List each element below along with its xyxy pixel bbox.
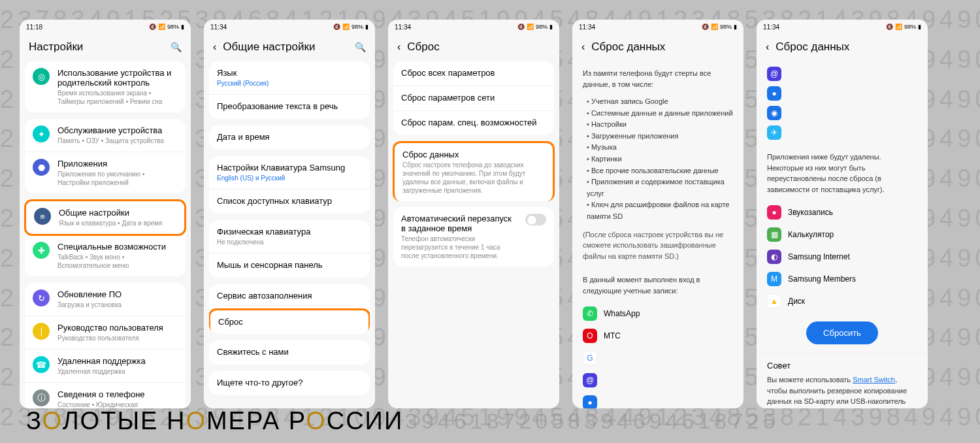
account-row: ● bbox=[572, 391, 743, 408]
reset-option[interactable]: Сброс парам. спец. возможностей bbox=[393, 111, 554, 135]
app-name: Диск bbox=[788, 297, 805, 306]
item-title: Преобразование текста в речь bbox=[217, 101, 362, 111]
account-icon-row: @ bbox=[767, 64, 917, 84]
app-icon: ● bbox=[767, 205, 781, 220]
settings-icon: ⓘ bbox=[33, 389, 50, 406]
item-subtitle: Приложения по умолчанию • Настройки прил… bbox=[57, 170, 178, 187]
item-subtitle: TalkBack • Звук моно • Вспомогательное м… bbox=[57, 253, 178, 270]
erase-item: Учетная запись Google bbox=[587, 96, 733, 108]
status-time: 11:34 bbox=[579, 24, 595, 31]
settings-item[interactable]: ✚Специальные возможностиTalkBack • Звук … bbox=[25, 235, 186, 276]
status-bar: 11:34 🔇 📶 98%▮ bbox=[204, 20, 375, 34]
settings-item[interactable]: ЯзыкРусский (Россия) bbox=[209, 61, 370, 95]
settings-item[interactable]: Настройки Клавиатура SamsungEnglish (US)… bbox=[209, 156, 370, 189]
status-time: 11:34 bbox=[763, 24, 779, 31]
item-title: Сброс параметров сети bbox=[401, 93, 546, 103]
settings-item[interactable]: Физическая клавиатураНе подключена bbox=[209, 220, 370, 254]
toggle-switch[interactable] bbox=[525, 214, 546, 225]
account-row: ✆WhatsApp bbox=[572, 303, 743, 325]
item-title: Сброс парам. спец. возможностей bbox=[401, 118, 546, 127]
settings-item[interactable]: Мышь и сенсорная панель bbox=[209, 254, 370, 278]
item-title: Сведения о телефоне bbox=[57, 389, 178, 399]
item-title: Специальные возможности bbox=[57, 242, 178, 252]
page-title: Сброс bbox=[407, 41, 439, 54]
sd-note: (После сброса настроек устройства вы не … bbox=[572, 223, 743, 269]
status-icons: 🔇 📶 98%▮ bbox=[149, 24, 184, 30]
settings-item[interactable]: ≡Общие настройкиЯзык и клавиатура • Дата… bbox=[24, 199, 186, 236]
item-subtitle: Телефон автоматически перезагрузится в т… bbox=[401, 235, 517, 260]
reset-option[interactable]: Автоматический перезапуск в заданное вре… bbox=[393, 207, 554, 267]
settings-item[interactable]: ◎Использование устройства и родительский… bbox=[25, 61, 186, 112]
account-row: G bbox=[572, 347, 743, 369]
settings-item[interactable]: Преобразование текста в речь bbox=[209, 95, 370, 119]
back-icon[interactable]: ‹ bbox=[581, 41, 585, 53]
back-icon[interactable]: ‹ bbox=[213, 41, 216, 53]
status-time: 11:34 bbox=[210, 24, 227, 31]
app-row: ▦Калькулятор bbox=[757, 223, 928, 246]
item-subtitle: Сброс настроек телефона до заводских зна… bbox=[402, 161, 545, 195]
reset-option[interactable]: Сброс данныхСброс настроек телефона до з… bbox=[393, 141, 555, 201]
search-icon[interactable]: 🔍 bbox=[171, 42, 182, 52]
intro-text: Из памяти телефона будут стерты все данн… bbox=[572, 61, 743, 96]
settings-item[interactable]: ❘Руководство пользователяРуководство пол… bbox=[25, 316, 186, 350]
tip-body: Вы можете использовать Smart Switch, что… bbox=[767, 374, 917, 408]
back-icon[interactable]: ‹ bbox=[397, 41, 400, 53]
app-name: Samsung Internet bbox=[788, 252, 850, 261]
account-icon: ✆ bbox=[583, 306, 597, 321]
settings-icon: ◎ bbox=[33, 68, 50, 85]
settings-item[interactable]: Сервис автозаполнения bbox=[209, 284, 370, 309]
settings-icon: ↻ bbox=[33, 289, 50, 306]
item-title: Язык bbox=[217, 68, 362, 78]
status-icons: 🔇 📶 98%▮ bbox=[886, 24, 921, 30]
settings-icon: ≡ bbox=[34, 208, 51, 225]
status-bar: 11:18 🔇 📶 98%▮ bbox=[20, 20, 191, 34]
app-icon: ● bbox=[767, 86, 781, 101]
erase-item: Загруженные приложения bbox=[587, 131, 733, 142]
settings-item[interactable]: ⓘСведения о телефонеСостояние • Юридичес… bbox=[25, 383, 186, 408]
header: ‹ Сброс данных bbox=[572, 34, 743, 61]
settings-item[interactable]: Дата и время bbox=[209, 125, 370, 150]
erase-item: Ключ для расшифровки файлов на карте пам… bbox=[587, 199, 733, 222]
item-title: Общие настройки bbox=[59, 208, 176, 218]
erase-item: Музыка bbox=[587, 142, 733, 154]
settings-item[interactable]: ☎Удаленная поддержкаУдаленная поддержка bbox=[25, 350, 186, 383]
tip-section: Совет Вы можете использовать Smart Switc… bbox=[757, 353, 928, 408]
account-icon: O bbox=[583, 329, 597, 343]
app-row: MSamsung Members bbox=[757, 268, 928, 290]
item-title: Ищете что-то другое? bbox=[217, 378, 362, 387]
app-row: ▲Диск bbox=[757, 290, 928, 312]
settings-item[interactable]: ⬣ПриложенияПриложения по умолчанию • Нас… bbox=[25, 152, 186, 193]
header: ‹ Сброс данных bbox=[757, 34, 928, 61]
page-title: Настройки bbox=[29, 41, 83, 54]
reset-option[interactable]: Сброс всех параметров bbox=[393, 61, 554, 86]
item-title: Удаленная поддержка bbox=[57, 356, 178, 366]
page-title: Общие настройки bbox=[223, 41, 315, 54]
settings-item[interactable]: Список доступных клавиатур bbox=[209, 189, 370, 214]
status-time: 11:18 bbox=[26, 24, 42, 31]
phones-row: 11:18 🔇 📶 98%▮ Настройки 🔍 ◎Использовани… bbox=[0, 0, 980, 408]
item-title: Автоматический перезапуск в заданное вре… bbox=[401, 214, 517, 233]
reset-button[interactable]: Сбросить bbox=[806, 321, 878, 344]
erase-item: Настройки bbox=[587, 119, 733, 131]
account-name: WhatsApp bbox=[604, 309, 640, 318]
status-bar: 11:34 🔇 📶 98%▮ bbox=[757, 20, 928, 34]
item-subtitle: Руководство пользователя bbox=[57, 334, 178, 342]
accounts-intro: В данный момент выполнен вход в следующи… bbox=[572, 268, 743, 303]
smart-switch-link[interactable]: Smart Switch bbox=[853, 376, 895, 384]
item-subtitle: Язык и клавиатура • Дата и время bbox=[59, 219, 176, 227]
settings-item[interactable]: Свяжитесь с нами bbox=[209, 340, 370, 365]
account-icon: G bbox=[583, 351, 597, 365]
reset-option[interactable]: Сброс параметров сети bbox=[393, 86, 554, 111]
header: ‹ Общие настройки 🔍 bbox=[204, 34, 375, 61]
account-icon-row: ◉ bbox=[767, 103, 917, 123]
app-icon: ✈ bbox=[767, 125, 781, 140]
settings-item[interactable]: ✦Обслуживание устройстваПамять • ОЗУ • З… bbox=[25, 119, 186, 152]
apps-intro: Приложения ниже будут удалены. Некоторые… bbox=[757, 145, 928, 201]
search-icon[interactable]: 🔍 bbox=[355, 42, 366, 52]
tip-title: Совет bbox=[767, 361, 917, 370]
settings-item[interactable]: Ищете что-то другое? bbox=[209, 371, 370, 395]
settings-item[interactable]: ↻Обновление ПОЗагрузка и установка bbox=[25, 283, 186, 316]
item-title: Мышь и сенсорная панель bbox=[217, 260, 362, 270]
back-icon[interactable]: ‹ bbox=[766, 41, 769, 53]
settings-item[interactable]: Сброс bbox=[209, 308, 370, 334]
